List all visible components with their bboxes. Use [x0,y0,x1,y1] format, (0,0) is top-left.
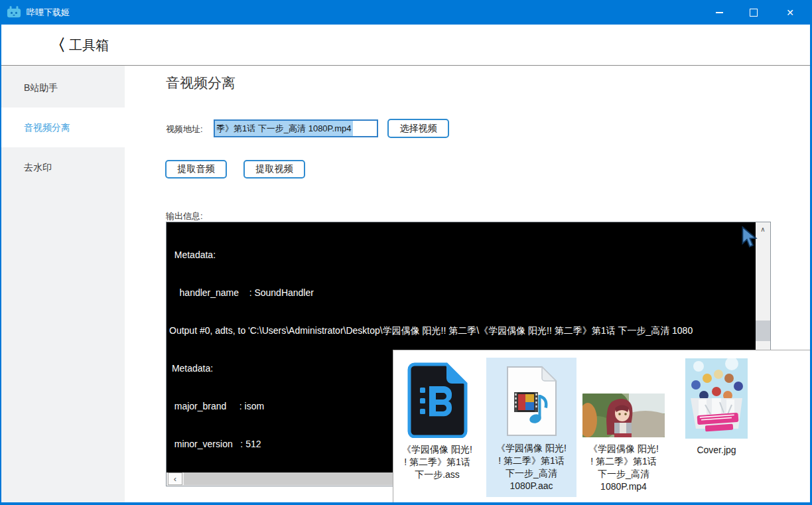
file-label: 《学园偶像 阳光! ! 第二季》第1话 下一步_高清 1080P.aac [496,442,567,492]
sidebar-item-remove-watermark[interactable]: 去水印 [1,147,125,187]
minimize-icon [716,12,723,13]
file-item-aac-selected[interactable]: 《学园偶像 阳光! ! 第二季》第1话 下一步_高清 1080P.aac [486,358,576,497]
bilibili-tv-icon [7,5,21,19]
titlebar: 哔哩下载姬 ✕ [0,0,812,25]
close-button[interactable]: ✕ [775,0,805,25]
file-label: Cover.jpg [697,444,736,457]
cover-thumbnail [685,358,748,441]
app-window: 哔哩下载姬 ✕ 〈 工具箱 B站助手 音视频分离 去水印 音视频分离 视频地址:… [0,0,812,505]
file-item-mp4[interactable]: 《学园偶像 阳光! ! 第二季》第1话 下一步_高清 1080P.mp4 [580,358,667,493]
extract-video-button[interactable]: 提取视频 [243,160,305,179]
choose-video-button[interactable]: 选择视频 [387,119,449,138]
maximize-icon [750,9,758,17]
mouse-cursor-icon [741,226,759,252]
back-button[interactable]: 〈 [48,34,68,56]
sidebar-item-av-separation[interactable]: 音视频分离 [1,108,125,147]
scroll-left-button[interactable]: ‹ [168,472,182,485]
console-line: Output #0, adts, to 'C:\Users\Administra… [169,325,693,337]
vertical-scroll-thumb[interactable] [756,321,770,341]
console-line: Metadata: [169,249,693,261]
video-address-label: 视频地址: [166,123,203,135]
page-title: 音视频分离 [166,74,236,92]
maximize-button[interactable] [738,0,769,25]
sidebar: B站助手 音视频分离 去水印 [1,66,125,502]
header: 〈 工具箱 [0,25,812,66]
page-breadcrumb-title: 工具箱 [69,36,109,54]
close-icon: ✕ [786,8,794,17]
sidebar-item-bstation-helper[interactable]: B站助手 [1,68,125,108]
output-info-label: 输出信息: [166,210,203,222]
minimize-button[interactable] [704,0,734,25]
file-item-cover-jpg[interactable]: Cover.jpg [673,358,760,457]
video-address-input[interactable]: 季》第1话 下一步_高清 1080P.mp4 [214,119,378,137]
app-title: 哔哩下载姬 [27,7,70,19]
mp4-thumbnail [582,394,665,440]
extract-audio-button[interactable]: 提取音频 [165,160,227,179]
chevron-up-icon: ∧ [760,226,765,233]
file-label: 《学园偶像 阳光! ! 第二季》第1话 下一步_高清 1080P.mp4 [588,443,659,493]
window-border-left [0,25,1,505]
chevron-left-icon: ‹ [174,474,176,484]
file-item-ass[interactable]: 《学园偶像 阳光! ! 第二季》第1话 下一步.ass [395,358,480,481]
console-line: handler_name : SoundHandler [169,287,693,299]
ass-file-icon [407,362,468,441]
window-border-bottom [0,502,812,505]
file-label: 《学园偶像 阳光! ! 第二季》第1话 下一步.ass [402,443,472,481]
file-explorer-overlay: 《学园偶像 阳光! ! 第二季》第1话 下一步.ass [393,350,810,502]
video-address-selected-text: 季》第1话 下一步_高清 1080P.mp4 [215,121,353,137]
back-chevron-icon: 〈 [50,35,66,56]
aac-file-icon [503,366,560,439]
